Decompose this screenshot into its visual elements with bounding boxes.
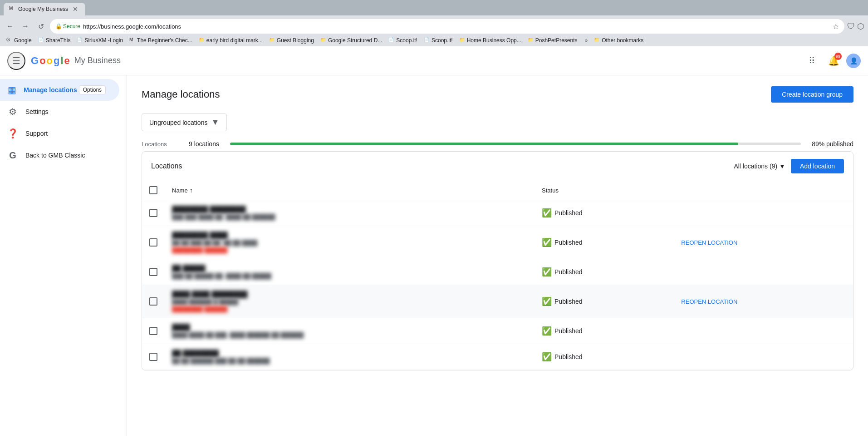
bookmark-google[interactable]: G Google <box>4 36 34 44</box>
table-row: ████████ ████ ██ ██ ███ ██ ██, ██ ██ ███… <box>142 226 853 259</box>
table-row: ████████ ████████ ███ ███ ████ ██, ████ … <box>142 200 853 226</box>
bookmark-sharethis[interactable]: 📄 ShareThis <box>35 36 74 44</box>
locations-card-title: Locations <box>151 162 182 170</box>
row-checkbox[interactable] <box>149 327 157 335</box>
row-checkbox[interactable] <box>149 353 157 361</box>
add-location-button[interactable]: Add location <box>791 159 844 173</box>
location-note: ████████ ██████ <box>172 247 527 253</box>
avatar[interactable]: 👤 <box>846 54 861 68</box>
app-container: ☰ G o o g l e My Business ⠿ 🔔 99 👤 <box>0 46 868 436</box>
tab-close-icon[interactable]: ✕ <box>73 5 78 13</box>
row-checkbox[interactable] <box>149 268 157 276</box>
gmb-icon: G <box>7 150 18 161</box>
bookmark-other[interactable]: 📁 Other bookmarks <box>591 36 646 44</box>
location-address: ███ ██ █████ ██, ████ ██ █████ <box>172 273 527 279</box>
grid-icon: ▦ <box>7 84 16 95</box>
sidebar-item-header: Manage locations Options <box>24 85 112 94</box>
locations-label: Locations <box>142 141 178 148</box>
back-button[interactable]: ← <box>4 20 16 33</box>
bookmark-label: early bird digital mark... <box>206 37 263 44</box>
select-all-header <box>142 181 165 200</box>
table-row: ██ ████████ ██ ██ ██████ ███ ██ ██ █████… <box>142 344 853 370</box>
location-address: ███ ███ ████ ██, ████ ██ ██████ <box>172 214 527 220</box>
options-button[interactable]: Options <box>79 85 106 94</box>
extensions-icon[interactable]: ⬡ <box>857 21 864 31</box>
apps-button[interactable]: ⠿ <box>803 52 821 70</box>
status-cell: ✅ Published <box>535 259 674 285</box>
create-location-group-button[interactable]: Create location group <box>771 86 853 103</box>
refresh-icon: ↺ <box>38 22 44 31</box>
toolbar-icons: 🛡 ⬡ <box>847 21 864 31</box>
bookmark-poshpet[interactable]: 📁 PoshPetPresents <box>525 36 580 44</box>
address-bar[interactable]: 🔒 Secure https://business.google.com/loc… <box>50 19 844 34</box>
reopen-location-link[interactable]: REOPEN LOCATION <box>681 298 737 305</box>
locations-card: Locations All locations (9) ▼ Add locati… <box>142 151 853 370</box>
forward-button[interactable]: → <box>19 20 32 33</box>
content-header: Manage locations Create location group <box>142 86 853 103</box>
logo-o2: o <box>47 55 53 67</box>
shield-icon[interactable]: 🛡 <box>847 22 855 31</box>
filter-row: Ungrouped locations ▼ <box>142 113 853 131</box>
bookmark-favicon: 📁 <box>594 37 600 44</box>
bookmark-favicon: 📄 <box>424 37 430 44</box>
sidebar-item-gmb-classic[interactable]: G Back to GMB Classic <box>0 144 119 166</box>
bookmark-scoopit2[interactable]: 📄 Scoop.it! <box>421 36 456 44</box>
bookmark-favicon: 📄 <box>388 37 395 44</box>
logo-e: e <box>64 55 70 67</box>
locations-card-header: Locations All locations (9) ▼ Add locati… <box>142 152 853 181</box>
active-tab[interactable]: M Google My Business ✕ <box>4 3 85 15</box>
bookmark-siriusxm[interactable]: 📄 SiriusXM -Login <box>74 36 126 44</box>
action-cell <box>674 344 853 370</box>
browser-tabs: M Google My Business ✕ <box>0 0 868 15</box>
bookmark-guestblogging[interactable]: 📁 Guest Blogging <box>266 36 317 44</box>
progress-fill <box>230 143 738 145</box>
status-cell: ✅ Published <box>535 344 674 370</box>
refresh-button[interactable]: ↺ <box>34 20 47 33</box>
select-all-checkbox[interactable] <box>149 186 157 194</box>
sidebar-label-support: Support <box>25 130 48 137</box>
stats-row: Locations 9 locations 89% published <box>142 140 853 148</box>
back-icon: ← <box>6 22 14 30</box>
chevron-down-icon: ▼ <box>211 118 219 127</box>
chevron-down-icon: ▼ <box>779 163 785 170</box>
sidebar: ▦ Manage locations Options ⚙ Settings ❓ … <box>0 75 127 436</box>
main-layout: ▦ Manage locations Options ⚙ Settings ❓ … <box>0 75 868 436</box>
ungrouped-locations-dropdown[interactable]: Ungrouped locations ▼ <box>142 113 227 131</box>
sidebar-item-settings[interactable]: ⚙ Settings <box>0 101 119 123</box>
status-cell: ✅ Published <box>535 200 674 226</box>
location-name: ██ █████ <box>172 265 527 272</box>
bookmark-earlybird[interactable]: 📁 early bird digital mark... <box>196 36 265 44</box>
google-logo: G o o g l e <box>31 55 70 67</box>
bookmark-homebiz[interactable]: 📁 Home Business Opp... <box>456 36 524 44</box>
sidebar-item-support[interactable]: ❓ Support <box>0 123 119 144</box>
bookmark-label: Home Business Opp... <box>467 37 521 44</box>
status-cell: ✅ Published <box>535 318 674 344</box>
bookmark-label: Other bookmarks <box>602 37 643 44</box>
bookmark-label: Scoop.it! <box>432 37 453 44</box>
all-locations-dropdown[interactable]: All locations (9) ▼ <box>734 163 785 170</box>
bookmarks-bar: G Google 📄 ShareThis 📄 SiriusXM -Login M… <box>0 35 868 46</box>
row-checkbox[interactable] <box>149 209 157 217</box>
location-name-cell: ██ ████████ ██ ██ ██████ ███ ██ ██ █████… <box>165 344 535 370</box>
bookmark-favicon: M <box>129 37 136 44</box>
more-bookmarks[interactable]: » <box>582 36 590 44</box>
bookmark-label: PoshPetPresents <box>535 37 578 44</box>
star-icon[interactable]: ☆ <box>833 22 839 31</box>
row-checkbox[interactable] <box>149 297 157 306</box>
bookmark-structured[interactable]: 📁 Google Structured D... <box>318 36 385 44</box>
reopen-location-link[interactable]: REOPEN LOCATION <box>681 239 737 246</box>
browser-chrome: ← → ↺ 🔒 Secure https://business.google.c… <box>0 15 868 46</box>
sort-asc-icon[interactable]: ↑ <box>190 187 193 194</box>
progress-container <box>230 143 801 145</box>
bookmark-scoopit1[interactable]: 📄 Scoop.it! <box>386 36 420 44</box>
table-row: ████ ████ ████ ██ ███, ████ ██████ ██ ██… <box>142 318 853 344</box>
tab-label: Google My Business <box>18 6 68 12</box>
progress-track <box>230 143 801 145</box>
header-right: ⠿ 🔔 99 👤 <box>803 52 861 70</box>
bookmark-beginner[interactable]: M The Beginner's Chec... <box>127 36 195 44</box>
menu-button[interactable]: ☰ <box>7 52 25 70</box>
location-address: ████ ██████ █ █████ <box>172 299 527 305</box>
row-checkbox[interactable] <box>149 238 157 247</box>
location-name: ████████ ████ <box>172 232 527 239</box>
sidebar-item-manage-locations[interactable]: ▦ Manage locations Options <box>0 79 119 101</box>
